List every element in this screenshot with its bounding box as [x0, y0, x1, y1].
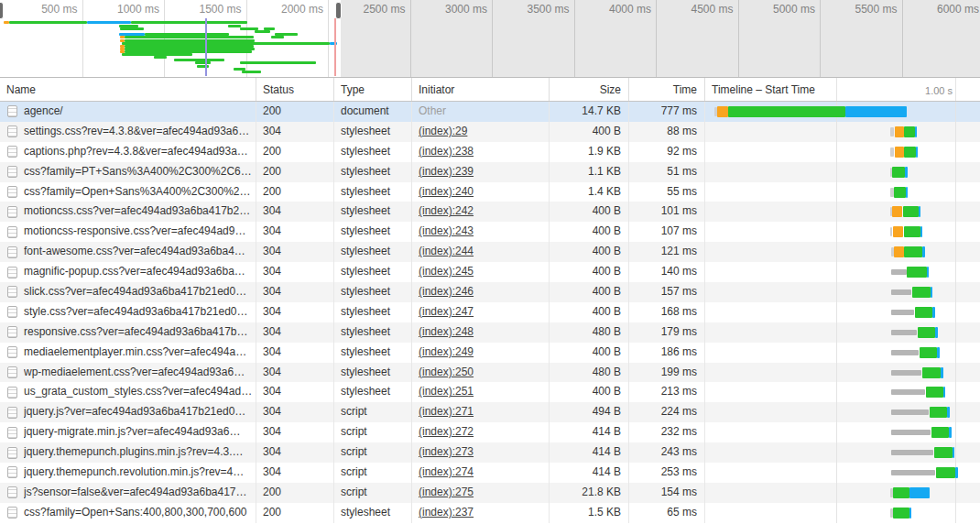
request-name: css?family=Open+Sans:400,800,300,700,600	[24, 503, 247, 523]
table-row[interactable]: magnific-popup.css?ver=afec494ad93a6ba…3…	[0, 262, 980, 282]
column-header-time[interactable]: Time	[629, 78, 705, 101]
name-cell: settings.css?rev=4.3.8&ver=afec494ad93a6…	[0, 122, 256, 142]
table-row[interactable]: agence/200documentOther14.7 KB777 ms	[0, 102, 980, 122]
waterfall-segment	[728, 106, 845, 117]
waterfall-segment	[905, 167, 908, 178]
file-icon	[7, 447, 17, 459]
table-row[interactable]: settings.css?rev=4.3.8&ver=afec494ad93a6…	[0, 122, 980, 142]
table-row[interactable]: captions.php?rev=4.3.8&ver=afec494ad93a……	[0, 142, 980, 162]
table-row[interactable]: jquery.themepunch.plugins.min.js?rev=4.3…	[0, 442, 980, 463]
table-row[interactable]: mediaelementplayer.min.css?ver=afec494a……	[0, 343, 980, 363]
size-cell: 400 B	[550, 343, 629, 363]
initiator-link[interactable]: (index):246	[419, 285, 474, 298]
table-row[interactable]: responsive.css?ver=afec494ad93a6ba417b…3…	[0, 322, 980, 343]
timeline-cell	[705, 343, 980, 363]
initiator-link[interactable]: (index):271	[419, 405, 474, 418]
file-icon	[7, 267, 17, 278]
initiator-cell: (index):275	[412, 483, 550, 503]
request-name: magnific-popup.css?ver=afec494ad93a6ba…	[24, 262, 245, 282]
waterfall-segment	[920, 347, 937, 358]
overview-ruler-label: 500 ms	[41, 3, 77, 16]
table-row[interactable]: css?family=Open+Sans:400,800,300,700,600…	[0, 503, 980, 523]
overview-ruler-label: 1000 ms	[117, 3, 159, 16]
file-icon	[7, 206, 17, 218]
initiator-link[interactable]: (index):243	[419, 224, 474, 237]
table-row[interactable]: jquery.themepunch.revolution.min.js?rev=…	[0, 463, 980, 483]
table-row[interactable]: jquery.js?ver=afec494ad93a6ba417b21ed0…3…	[0, 402, 980, 422]
initiator-link[interactable]: (index):249	[419, 345, 474, 358]
status-cell: 200	[256, 142, 334, 162]
network-overview[interactable]: 500 ms1000 ms1500 ms2000 ms2500 ms3000 m…	[0, 0, 980, 78]
table-row[interactable]: jquery-migrate.min.js?ver=afec494ad93a6……	[0, 422, 980, 442]
file-icon	[7, 105, 17, 117]
initiator-link[interactable]: (index):244	[419, 245, 474, 257]
size-cell: 1.9 KB	[550, 142, 629, 162]
initiator-link[interactable]: (index):275	[419, 486, 474, 498]
initiator-link[interactable]: (index):237	[419, 506, 474, 519]
table-row[interactable]: css?family=PT+Sans%3A400%2C300%2C60…200s…	[0, 162, 980, 182]
initiator-link[interactable]: (index):274	[419, 465, 474, 478]
file-icon	[7, 407, 17, 419]
timeline-gridline	[836, 343, 837, 363]
initiator-link[interactable]: (index):29	[419, 125, 467, 137]
type-cell: script	[334, 402, 412, 422]
waterfall-segment	[935, 327, 938, 338]
column-header-initiator[interactable]: Initiator	[412, 78, 550, 101]
time-cell: 777 ms	[629, 102, 705, 122]
timeline-cell	[705, 202, 980, 222]
waterfall-segment	[904, 147, 916, 158]
waterfall-segment	[891, 430, 931, 435]
waterfall-segment	[937, 347, 940, 358]
selection-left-handle[interactable]	[0, 2, 4, 19]
file-icon	[7, 486, 17, 498]
waterfall-segment	[893, 226, 903, 237]
time-cell: 51 ms	[629, 162, 705, 182]
column-header-timeline[interactable]: Timeline – Start Time1.00 s	[705, 78, 980, 101]
network-panel: 500 ms1000 ms1500 ms2000 ms2500 ms3000 m…	[0, 0, 980, 524]
initiator-cell: (index):251	[412, 382, 550, 402]
request-name: jquery.themepunch.revolution.min.js?rev=…	[24, 463, 244, 483]
table-row[interactable]: motioncss.css?ver=afec494ad93a6ba417b2…3…	[0, 202, 980, 222]
initiator-link[interactable]: (index):240	[419, 185, 474, 198]
initiator-link[interactable]: (index):238	[419, 145, 474, 158]
waterfall-segment	[891, 470, 935, 475]
size-cell: 400 B	[550, 262, 629, 282]
table-row[interactable]: motioncss-responsive.css?ver=afec494ad9……	[0, 222, 980, 242]
time-cell: 199 ms	[629, 363, 705, 383]
column-header-type[interactable]: Type	[334, 78, 412, 101]
column-header-size[interactable]: Size	[550, 78, 629, 101]
type-cell: script	[334, 483, 412, 503]
column-header-name[interactable]: Name	[0, 78, 256, 101]
waterfall-segment	[894, 187, 906, 198]
name-cell: responsive.css?ver=afec494ad93a6ba417b…	[0, 322, 256, 343]
overview-bar-segment	[242, 71, 261, 73]
initiator-cell: Other	[412, 102, 550, 122]
size-cell: 414 B	[550, 463, 629, 483]
column-header-status[interactable]: Status	[256, 78, 334, 101]
overview-bar-segment	[9, 21, 87, 24]
size-cell: 480 B	[550, 322, 629, 343]
initiator-link[interactable]: (index):245	[419, 265, 474, 278]
table-row[interactable]: us_grata_custom_styles.css?ver=afec494ad…	[0, 382, 980, 402]
status-cell: 200	[256, 483, 334, 503]
initiator-link[interactable]: (index):250	[419, 366, 474, 378]
name-cell: slick.css?ver=afec494ad93a6ba417b21ed0…	[0, 282, 256, 302]
waterfall-segment	[919, 206, 920, 217]
table-row[interactable]: css?family=Open+Sans%3A400%2C300%2C…200s…	[0, 182, 980, 202]
table-row[interactable]: wp-mediaelement.css?ver=afec494ad93a6…30…	[0, 363, 980, 383]
initiator-link[interactable]: (index):251	[419, 385, 474, 398]
table-row[interactable]: font-awesome.css?ver=afec494ad93a6ba4…30…	[0, 242, 980, 262]
initiator-link[interactable]: (index):239	[419, 165, 474, 178]
timeline-cell	[705, 282, 980, 302]
table-row[interactable]: slick.css?ver=afec494ad93a6ba417b21ed0…3…	[0, 282, 980, 302]
initiator-link[interactable]: (index):273	[419, 445, 474, 458]
initiator-link[interactable]: (index):272	[419, 425, 474, 438]
table-row[interactable]: js?sensor=false&ver=afec494ad93a6ba417…2…	[0, 483, 980, 503]
name-cell: css?family=Open+Sans%3A400%2C300%2C…	[0, 182, 256, 202]
initiator-link[interactable]: (index):248	[419, 325, 474, 338]
file-icon	[7, 126, 17, 137]
initiator-link[interactable]: (index):247	[419, 305, 474, 318]
table-row[interactable]: style.css?ver=afec494ad93a6ba417b21ed0…3…	[0, 302, 980, 322]
selection-right-handle[interactable]	[335, 2, 342, 19]
initiator-link[interactable]: (index):242	[419, 204, 474, 217]
